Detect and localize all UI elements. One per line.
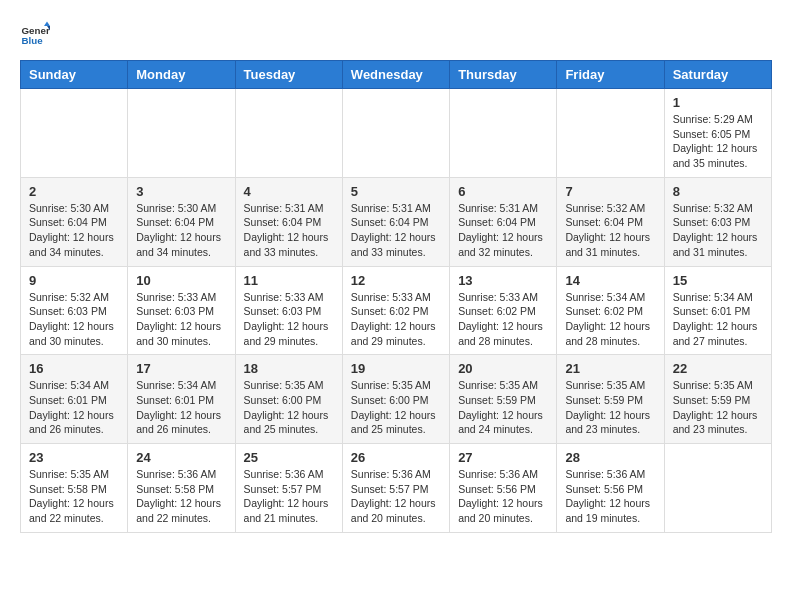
calendar-cell: 28Sunrise: 5:36 AM Sunset: 5:56 PM Dayli… bbox=[557, 444, 664, 533]
calendar-cell: 1Sunrise: 5:29 AM Sunset: 6:05 PM Daylig… bbox=[664, 89, 771, 178]
day-number: 20 bbox=[458, 361, 548, 376]
day-number: 27 bbox=[458, 450, 548, 465]
weekday-header-thursday: Thursday bbox=[450, 61, 557, 89]
calendar-cell: 27Sunrise: 5:36 AM Sunset: 5:56 PM Dayli… bbox=[450, 444, 557, 533]
calendar-cell: 2Sunrise: 5:30 AM Sunset: 6:04 PM Daylig… bbox=[21, 177, 128, 266]
weekday-header-sunday: Sunday bbox=[21, 61, 128, 89]
day-info: Sunrise: 5:31 AM Sunset: 6:04 PM Dayligh… bbox=[244, 201, 334, 260]
calendar-table: SundayMondayTuesdayWednesdayThursdayFrid… bbox=[20, 60, 772, 533]
calendar-cell bbox=[21, 89, 128, 178]
day-number: 25 bbox=[244, 450, 334, 465]
weekday-header-saturday: Saturday bbox=[664, 61, 771, 89]
day-number: 10 bbox=[136, 273, 226, 288]
day-number: 24 bbox=[136, 450, 226, 465]
calendar-cell: 17Sunrise: 5:34 AM Sunset: 6:01 PM Dayli… bbox=[128, 355, 235, 444]
calendar-cell: 12Sunrise: 5:33 AM Sunset: 6:02 PM Dayli… bbox=[342, 266, 449, 355]
day-info: Sunrise: 5:35 AM Sunset: 5:59 PM Dayligh… bbox=[565, 378, 655, 437]
calendar-cell: 24Sunrise: 5:36 AM Sunset: 5:58 PM Dayli… bbox=[128, 444, 235, 533]
calendar-cell: 5Sunrise: 5:31 AM Sunset: 6:04 PM Daylig… bbox=[342, 177, 449, 266]
calendar-cell bbox=[450, 89, 557, 178]
day-number: 6 bbox=[458, 184, 548, 199]
calendar-cell: 23Sunrise: 5:35 AM Sunset: 5:58 PM Dayli… bbox=[21, 444, 128, 533]
day-info: Sunrise: 5:33 AM Sunset: 6:02 PM Dayligh… bbox=[458, 290, 548, 349]
day-number: 26 bbox=[351, 450, 441, 465]
day-info: Sunrise: 5:35 AM Sunset: 5:59 PM Dayligh… bbox=[458, 378, 548, 437]
day-info: Sunrise: 5:29 AM Sunset: 6:05 PM Dayligh… bbox=[673, 112, 763, 171]
svg-text:General: General bbox=[22, 25, 51, 36]
day-info: Sunrise: 5:34 AM Sunset: 6:01 PM Dayligh… bbox=[29, 378, 119, 437]
day-info: Sunrise: 5:32 AM Sunset: 6:04 PM Dayligh… bbox=[565, 201, 655, 260]
calendar-cell bbox=[128, 89, 235, 178]
day-info: Sunrise: 5:35 AM Sunset: 6:00 PM Dayligh… bbox=[244, 378, 334, 437]
day-info: Sunrise: 5:35 AM Sunset: 6:00 PM Dayligh… bbox=[351, 378, 441, 437]
svg-text:Blue: Blue bbox=[22, 35, 44, 46]
calendar-cell: 18Sunrise: 5:35 AM Sunset: 6:00 PM Dayli… bbox=[235, 355, 342, 444]
calendar-cell: 20Sunrise: 5:35 AM Sunset: 5:59 PM Dayli… bbox=[450, 355, 557, 444]
calendar-cell bbox=[557, 89, 664, 178]
day-number: 22 bbox=[673, 361, 763, 376]
day-info: Sunrise: 5:36 AM Sunset: 5:58 PM Dayligh… bbox=[136, 467, 226, 526]
day-number: 23 bbox=[29, 450, 119, 465]
day-number: 14 bbox=[565, 273, 655, 288]
calendar-cell bbox=[342, 89, 449, 178]
day-number: 17 bbox=[136, 361, 226, 376]
page-header: General Blue bbox=[20, 20, 772, 50]
day-info: Sunrise: 5:36 AM Sunset: 5:57 PM Dayligh… bbox=[351, 467, 441, 526]
day-info: Sunrise: 5:31 AM Sunset: 6:04 PM Dayligh… bbox=[458, 201, 548, 260]
day-number: 11 bbox=[244, 273, 334, 288]
calendar-cell: 6Sunrise: 5:31 AM Sunset: 6:04 PM Daylig… bbox=[450, 177, 557, 266]
svg-marker-2 bbox=[44, 22, 50, 27]
calendar-cell: 25Sunrise: 5:36 AM Sunset: 5:57 PM Dayli… bbox=[235, 444, 342, 533]
day-info: Sunrise: 5:32 AM Sunset: 6:03 PM Dayligh… bbox=[29, 290, 119, 349]
day-number: 13 bbox=[458, 273, 548, 288]
day-number: 15 bbox=[673, 273, 763, 288]
calendar-cell: 21Sunrise: 5:35 AM Sunset: 5:59 PM Dayli… bbox=[557, 355, 664, 444]
day-number: 8 bbox=[673, 184, 763, 199]
day-info: Sunrise: 5:33 AM Sunset: 6:02 PM Dayligh… bbox=[351, 290, 441, 349]
day-info: Sunrise: 5:35 AM Sunset: 5:59 PM Dayligh… bbox=[673, 378, 763, 437]
day-number: 28 bbox=[565, 450, 655, 465]
day-info: Sunrise: 5:34 AM Sunset: 6:02 PM Dayligh… bbox=[565, 290, 655, 349]
day-number: 5 bbox=[351, 184, 441, 199]
day-number: 4 bbox=[244, 184, 334, 199]
logo-icon: General Blue bbox=[20, 20, 50, 50]
calendar-cell: 14Sunrise: 5:34 AM Sunset: 6:02 PM Dayli… bbox=[557, 266, 664, 355]
day-info: Sunrise: 5:33 AM Sunset: 6:03 PM Dayligh… bbox=[244, 290, 334, 349]
day-number: 9 bbox=[29, 273, 119, 288]
day-number: 1 bbox=[673, 95, 763, 110]
weekday-header-wednesday: Wednesday bbox=[342, 61, 449, 89]
calendar-cell: 9Sunrise: 5:32 AM Sunset: 6:03 PM Daylig… bbox=[21, 266, 128, 355]
calendar-cell: 13Sunrise: 5:33 AM Sunset: 6:02 PM Dayli… bbox=[450, 266, 557, 355]
day-info: Sunrise: 5:34 AM Sunset: 6:01 PM Dayligh… bbox=[673, 290, 763, 349]
day-number: 18 bbox=[244, 361, 334, 376]
weekday-header-tuesday: Tuesday bbox=[235, 61, 342, 89]
calendar-cell: 15Sunrise: 5:34 AM Sunset: 6:01 PM Dayli… bbox=[664, 266, 771, 355]
day-number: 7 bbox=[565, 184, 655, 199]
day-info: Sunrise: 5:30 AM Sunset: 6:04 PM Dayligh… bbox=[136, 201, 226, 260]
day-info: Sunrise: 5:36 AM Sunset: 5:56 PM Dayligh… bbox=[458, 467, 548, 526]
calendar-week-row: 9Sunrise: 5:32 AM Sunset: 6:03 PM Daylig… bbox=[21, 266, 772, 355]
weekday-header-friday: Friday bbox=[557, 61, 664, 89]
day-number: 2 bbox=[29, 184, 119, 199]
calendar-cell: 4Sunrise: 5:31 AM Sunset: 6:04 PM Daylig… bbox=[235, 177, 342, 266]
calendar-cell bbox=[235, 89, 342, 178]
weekday-header-row: SundayMondayTuesdayWednesdayThursdayFrid… bbox=[21, 61, 772, 89]
day-info: Sunrise: 5:36 AM Sunset: 5:57 PM Dayligh… bbox=[244, 467, 334, 526]
day-info: Sunrise: 5:32 AM Sunset: 6:03 PM Dayligh… bbox=[673, 201, 763, 260]
day-number: 19 bbox=[351, 361, 441, 376]
calendar-week-row: 2Sunrise: 5:30 AM Sunset: 6:04 PM Daylig… bbox=[21, 177, 772, 266]
day-info: Sunrise: 5:35 AM Sunset: 5:58 PM Dayligh… bbox=[29, 467, 119, 526]
day-number: 16 bbox=[29, 361, 119, 376]
calendar-week-row: 1Sunrise: 5:29 AM Sunset: 6:05 PM Daylig… bbox=[21, 89, 772, 178]
calendar-cell: 26Sunrise: 5:36 AM Sunset: 5:57 PM Dayli… bbox=[342, 444, 449, 533]
logo: General Blue bbox=[20, 20, 54, 50]
day-number: 21 bbox=[565, 361, 655, 376]
weekday-header-monday: Monday bbox=[128, 61, 235, 89]
calendar-cell: 7Sunrise: 5:32 AM Sunset: 6:04 PM Daylig… bbox=[557, 177, 664, 266]
calendar-cell: 11Sunrise: 5:33 AM Sunset: 6:03 PM Dayli… bbox=[235, 266, 342, 355]
calendar-cell bbox=[664, 444, 771, 533]
day-info: Sunrise: 5:36 AM Sunset: 5:56 PM Dayligh… bbox=[565, 467, 655, 526]
day-number: 3 bbox=[136, 184, 226, 199]
calendar-cell: 8Sunrise: 5:32 AM Sunset: 6:03 PM Daylig… bbox=[664, 177, 771, 266]
day-info: Sunrise: 5:30 AM Sunset: 6:04 PM Dayligh… bbox=[29, 201, 119, 260]
